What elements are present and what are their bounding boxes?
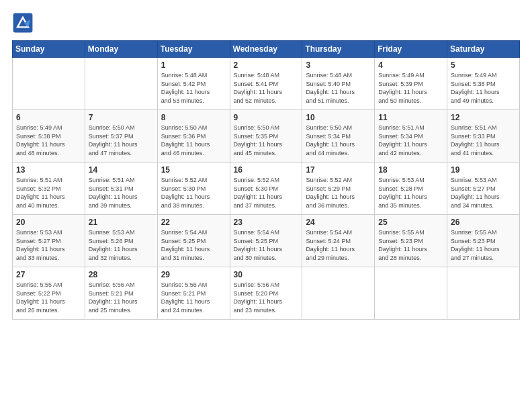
week-row: 1Sunrise: 5:48 AM Sunset: 5:42 PM Daylig… — [13, 58, 520, 110]
week-row: 13Sunrise: 5:51 AM Sunset: 5:32 PM Dayli… — [13, 163, 520, 215]
calendar-cell: 15Sunrise: 5:52 AM Sunset: 5:30 PM Dayli… — [157, 163, 230, 215]
day-number: 1 — [161, 60, 226, 70]
calendar-cell: 9Sunrise: 5:50 AM Sunset: 5:35 PM Daylig… — [230, 110, 302, 163]
cell-content: Sunrise: 5:49 AM Sunset: 5:38 PM Dayligh… — [16, 124, 81, 157]
cell-content: Sunrise: 5:53 AM Sunset: 5:26 PM Dayligh… — [89, 228, 154, 262]
day-number: 2 — [234, 60, 299, 70]
cell-content: Sunrise: 5:51 AM Sunset: 5:31 PM Dayligh… — [89, 176, 154, 210]
calendar-cell: 25Sunrise: 5:55 AM Sunset: 5:23 PM Dayli… — [375, 215, 447, 267]
calendar-cell: 17Sunrise: 5:52 AM Sunset: 5:29 PM Dayli… — [302, 163, 375, 215]
calendar-cell: 6Sunrise: 5:49 AM Sunset: 5:38 PM Daylig… — [13, 110, 85, 163]
cell-content: Sunrise: 5:55 AM Sunset: 5:22 PM Dayligh… — [16, 281, 81, 314]
day-number: 8 — [161, 113, 226, 122]
calendar-cell: 7Sunrise: 5:50 AM Sunset: 5:37 PM Daylig… — [85, 110, 157, 163]
cell-content: Sunrise: 5:56 AM Sunset: 5:21 PM Dayligh… — [89, 281, 154, 314]
week-row: 27Sunrise: 5:55 AM Sunset: 5:22 PM Dayli… — [13, 267, 520, 320]
cell-content: Sunrise: 5:49 AM Sunset: 5:39 PM Dayligh… — [378, 71, 443, 105]
cell-content: Sunrise: 5:52 AM Sunset: 5:30 PM Dayligh… — [234, 176, 299, 210]
cell-content: Sunrise: 5:52 AM Sunset: 5:29 PM Dayligh… — [306, 176, 371, 210]
calendar-cell: 19Sunrise: 5:53 AM Sunset: 5:27 PM Dayli… — [447, 163, 520, 215]
calendar-cell: 30Sunrise: 5:56 AM Sunset: 5:20 PM Dayli… — [230, 267, 302, 320]
calendar-cell: 8Sunrise: 5:50 AM Sunset: 5:36 PM Daylig… — [157, 110, 230, 163]
cell-content: Sunrise: 5:48 AM Sunset: 5:40 PM Dayligh… — [306, 71, 371, 105]
calendar-cell: 5Sunrise: 5:49 AM Sunset: 5:38 PM Daylig… — [447, 58, 520, 110]
calendar-cell: 20Sunrise: 5:53 AM Sunset: 5:27 PM Dayli… — [13, 215, 85, 267]
calendar-cell: 21Sunrise: 5:53 AM Sunset: 5:26 PM Dayli… — [85, 215, 157, 267]
calendar-cell: 16Sunrise: 5:52 AM Sunset: 5:30 PM Dayli… — [230, 163, 302, 215]
cell-content: Sunrise: 5:50 AM Sunset: 5:36 PM Dayligh… — [161, 124, 226, 157]
col-friday: Friday — [375, 41, 447, 58]
calendar-cell: 23Sunrise: 5:54 AM Sunset: 5:25 PM Dayli… — [230, 215, 302, 267]
week-row: 20Sunrise: 5:53 AM Sunset: 5:27 PM Dayli… — [13, 215, 520, 267]
day-number: 15 — [161, 165, 226, 175]
day-number: 29 — [161, 270, 226, 279]
day-number: 20 — [16, 218, 81, 227]
day-number: 22 — [161, 218, 226, 227]
calendar-body: 1Sunrise: 5:48 AM Sunset: 5:42 PM Daylig… — [13, 58, 520, 320]
day-number: 21 — [89, 218, 154, 227]
col-sunday: Sunday — [13, 41, 85, 58]
logo-icon — [12, 12, 34, 34]
cell-content: Sunrise: 5:48 AM Sunset: 5:42 PM Dayligh… — [161, 71, 226, 105]
calendar-cell — [85, 58, 157, 110]
day-number: 28 — [89, 270, 154, 279]
day-number: 9 — [234, 113, 299, 122]
calendar-cell: 27Sunrise: 5:55 AM Sunset: 5:22 PM Dayli… — [13, 267, 85, 320]
cell-content: Sunrise: 5:51 AM Sunset: 5:32 PM Dayligh… — [16, 176, 81, 210]
calendar-cell: 2Sunrise: 5:48 AM Sunset: 5:41 PM Daylig… — [230, 58, 302, 110]
day-number: 30 — [234, 270, 299, 279]
day-number: 6 — [16, 113, 81, 122]
calendar-cell: 29Sunrise: 5:56 AM Sunset: 5:21 PM Dayli… — [157, 267, 230, 320]
calendar-cell: 11Sunrise: 5:51 AM Sunset: 5:34 PM Dayli… — [375, 110, 447, 163]
cell-content: Sunrise: 5:53 AM Sunset: 5:27 PM Dayligh… — [16, 228, 81, 262]
calendar-cell: 22Sunrise: 5:54 AM Sunset: 5:25 PM Dayli… — [157, 215, 230, 267]
cell-content: Sunrise: 5:49 AM Sunset: 5:38 PM Dayligh… — [451, 71, 516, 105]
calendar-cell: 14Sunrise: 5:51 AM Sunset: 5:31 PM Dayli… — [85, 163, 157, 215]
cell-content: Sunrise: 5:55 AM Sunset: 5:23 PM Dayligh… — [378, 228, 443, 262]
day-number: 18 — [378, 165, 443, 175]
day-number: 24 — [306, 218, 371, 227]
day-number: 13 — [16, 165, 81, 175]
day-number: 16 — [234, 165, 299, 175]
calendar-cell — [302, 267, 375, 320]
calendar-cell: 24Sunrise: 5:54 AM Sunset: 5:24 PM Dayli… — [302, 215, 375, 267]
logo — [12, 12, 36, 34]
cell-content: Sunrise: 5:56 AM Sunset: 5:20 PM Dayligh… — [234, 281, 299, 314]
cell-content: Sunrise: 5:54 AM Sunset: 5:25 PM Dayligh… — [234, 228, 299, 262]
day-number: 17 — [306, 165, 371, 175]
cell-content: Sunrise: 5:54 AM Sunset: 5:24 PM Dayligh… — [306, 228, 371, 262]
calendar-cell: 3Sunrise: 5:48 AM Sunset: 5:40 PM Daylig… — [302, 58, 375, 110]
day-number: 19 — [451, 165, 516, 175]
calendar-cell: 12Sunrise: 5:51 AM Sunset: 5:33 PM Dayli… — [447, 110, 520, 163]
calendar-cell: 13Sunrise: 5:51 AM Sunset: 5:32 PM Dayli… — [13, 163, 85, 215]
cell-content: Sunrise: 5:50 AM Sunset: 5:35 PM Dayligh… — [234, 124, 299, 157]
calendar-cell: 18Sunrise: 5:53 AM Sunset: 5:28 PM Dayli… — [375, 163, 447, 215]
calendar-cell — [447, 267, 520, 320]
cell-content: Sunrise: 5:56 AM Sunset: 5:21 PM Dayligh… — [161, 281, 226, 314]
calendar-cell: 28Sunrise: 5:56 AM Sunset: 5:21 PM Dayli… — [85, 267, 157, 320]
day-number: 7 — [89, 113, 154, 122]
cell-content: Sunrise: 5:52 AM Sunset: 5:30 PM Dayligh… — [161, 176, 226, 210]
day-number: 26 — [451, 218, 516, 227]
day-number: 12 — [451, 113, 516, 122]
cell-content: Sunrise: 5:53 AM Sunset: 5:27 PM Dayligh… — [451, 176, 516, 210]
day-number: 14 — [89, 165, 154, 175]
day-number: 11 — [378, 113, 443, 122]
day-number: 5 — [451, 60, 516, 70]
day-number: 27 — [16, 270, 81, 279]
cell-content: Sunrise: 5:48 AM Sunset: 5:41 PM Dayligh… — [234, 71, 299, 105]
cell-content: Sunrise: 5:50 AM Sunset: 5:34 PM Dayligh… — [306, 124, 371, 157]
page: Sunday Monday Tuesday Wednesday Thursday… — [0, 0, 532, 411]
day-number: 10 — [306, 113, 371, 122]
header-row: Sunday Monday Tuesday Wednesday Thursday… — [13, 41, 520, 58]
col-wednesday: Wednesday — [230, 41, 302, 58]
week-row: 6Sunrise: 5:49 AM Sunset: 5:38 PM Daylig… — [13, 110, 520, 163]
day-number: 3 — [306, 60, 371, 70]
calendar-cell — [13, 58, 85, 110]
calendar-cell — [375, 267, 447, 320]
col-thursday: Thursday — [302, 41, 375, 58]
calendar-cell: 26Sunrise: 5:55 AM Sunset: 5:23 PM Dayli… — [447, 215, 520, 267]
calendar-cell: 1Sunrise: 5:48 AM Sunset: 5:42 PM Daylig… — [157, 58, 230, 110]
col-tuesday: Tuesday — [157, 41, 230, 58]
day-number: 23 — [234, 218, 299, 227]
